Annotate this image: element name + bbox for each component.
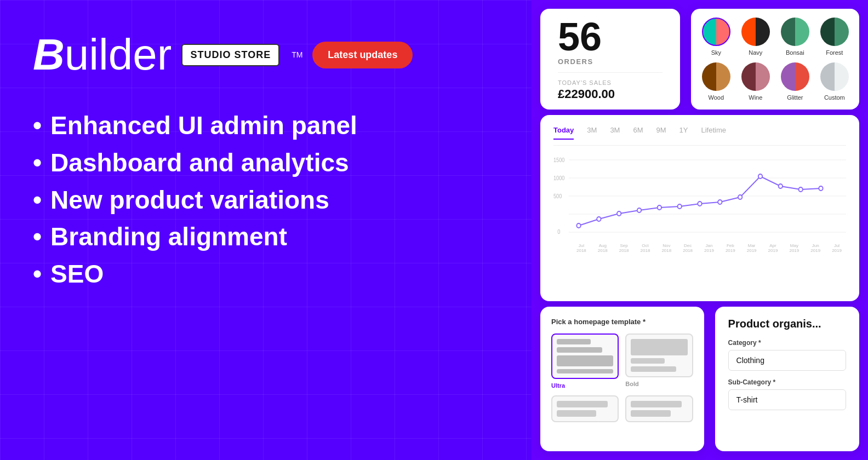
orders-sales-value: £22900.00 [558,87,663,101]
svg-point-10 [597,217,601,221]
top-row: 56 ORDERS TODAY'S SALES £22900.00 Sky Na… [532,0,868,115]
category-label: Category * [728,339,846,347]
feature-item: • Enhanced UI admin panel [33,110,499,142]
theme-card: Sky Navy Bonsai Forest Wood [691,9,859,110]
chart-card: Today 3M 3M 6M 9M 1Y Lifetime 1500 1000 … [540,115,859,301]
swatch-wine[interactable]: Wine [741,62,770,101]
subcategory-input[interactable] [728,389,846,410]
category-input[interactable] [728,350,846,371]
bullet-icon: • [33,221,42,254]
orders-label: ORDERS [558,58,663,66]
logo-row: B uilder STUDIO STORE TM Latest updates [33,33,499,77]
chart-area: 1500 1000 500 0 [553,154,846,242]
left-panel: B uilder STUDIO STORE TM Latest updates … [0,0,532,460]
product-org-title: Product organis... [728,318,846,330]
feature-list: • Enhanced UI admin panel • Dashboard an… [33,110,499,291]
bullet-icon: • [33,184,42,217]
logo-b-letter: B [33,33,65,77]
swatch-navy[interactable]: Navy [741,18,770,56]
swatch-wood[interactable]: Wood [702,62,730,101]
bullet-icon: • [33,147,42,180]
template-grid: Ultra Bold [551,334,693,422]
orders-divider [558,72,663,73]
swatch-custom[interactable]: Custom [820,62,849,101]
tab-1y[interactable]: 1Y [679,126,688,140]
svg-point-15 [698,202,701,206]
feature-item: • New product variations [33,184,499,217]
bullet-icon: • [33,258,42,291]
tab-3m-1[interactable]: 3M [587,126,597,140]
orders-card: 56 ORDERS TODAY'S SALES £22900.00 [540,9,680,110]
orders-sales-label: TODAY'S SALES [558,79,663,86]
svg-point-16 [718,200,722,204]
logo-builder-text: uilder [65,33,172,77]
tab-9m[interactable]: 9M [656,126,666,140]
product-org-card: Product organis... Category * Sub-Catego… [715,307,859,451]
right-panel: 56 ORDERS TODAY'S SALES £22900.00 Sky Na… [532,0,868,460]
chart-svg: 1500 1000 500 0 [553,154,846,242]
bullet-icon: • [33,110,42,142]
svg-text:500: 500 [553,193,562,199]
latest-updates-button[interactable]: Latest updates [312,42,413,68]
template-option-extra1[interactable] [551,395,619,422]
svg-point-12 [637,208,641,212]
svg-point-20 [798,187,802,192]
swatch-forest[interactable]: Forest [820,18,849,56]
svg-point-11 [617,211,621,216]
svg-point-13 [658,205,661,210]
svg-text:1000: 1000 [553,175,564,181]
tab-lifetime[interactable]: Lifetime [701,126,726,140]
template-option-bold[interactable]: Bold [625,334,693,389]
chart-x-labels: Jul2018 Aug2018 Sep2018 Oct2018 Nov2018 … [553,243,846,253]
swatch-sky[interactable]: Sky [702,18,730,56]
template-picker-card: Pick a homepage template * Ultra [540,307,704,451]
studio-store-badge: STUDIO STORE [181,44,279,66]
tab-3m-2[interactable]: 3M [610,126,620,140]
theme-swatches-row-2: Wood Wine Glitter Custom [702,62,848,101]
tab-today[interactable]: Today [553,126,574,140]
template-card-title: Pick a homepage template * [551,318,693,326]
theme-swatches-row-1: Sky Navy Bonsai Forest [702,18,848,56]
feature-item: • Dashboard and analytics [33,147,499,180]
template-option-ultra[interactable]: Ultra [551,334,619,389]
swatch-bonsai[interactable]: Bonsai [781,18,809,56]
template-option-extra2[interactable] [625,395,693,422]
chart-tabs: Today 3M 3M 6M 9M 1Y Lifetime [553,126,846,146]
svg-point-21 [819,186,823,191]
bottom-row: Pick a homepage template * Ultra [532,307,868,460]
tab-6m[interactable]: 6M [633,126,643,140]
svg-point-17 [738,195,742,199]
feature-item: • Branding alignment [33,221,499,254]
svg-text:0: 0 [557,229,560,235]
swatch-glitter[interactable]: Glitter [781,62,809,101]
svg-point-14 [677,204,681,209]
orders-number: 56 [558,17,663,56]
subcategory-label: Sub-Category * [728,378,846,386]
svg-point-9 [576,223,580,228]
svg-text:1500: 1500 [553,157,564,163]
svg-point-19 [779,184,783,188]
trademark-symbol: TM [292,50,302,59]
feature-item: • SEO [33,258,499,291]
svg-point-18 [758,174,762,179]
